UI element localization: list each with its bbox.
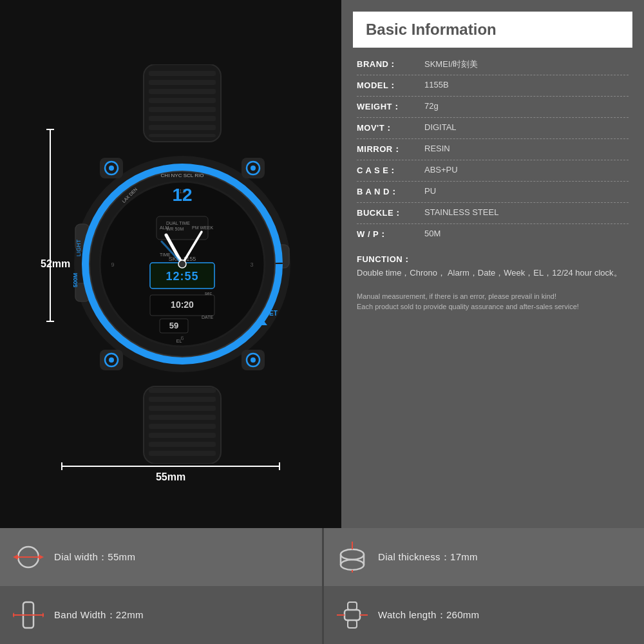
svg-point-28 (109, 357, 114, 363)
svg-text:EL: EL (176, 339, 182, 343)
svg-point-77 (341, 549, 364, 560)
spec-value: DIGITAL (424, 122, 629, 132)
watch-container: 52mm 55mm (16, 19, 325, 509)
svg-rect-17 (149, 451, 216, 456)
svg-text:500M: 500M (72, 273, 79, 288)
svg-point-67 (178, 260, 186, 268)
svg-text:3: 3 (250, 261, 253, 268)
spec-label: MIRROR： (357, 144, 424, 155)
function-label: FUNCTION： (357, 254, 424, 265)
band-width-cell: Band Width：22mm (0, 586, 322, 644)
svg-marker-87 (13, 612, 14, 618)
svg-rect-15 (149, 433, 216, 438)
svg-rect-2 (149, 80, 216, 85)
band-width-text: Band Width：22mm (54, 609, 144, 621)
watch-length-icon (337, 600, 368, 630)
spec-value: 72g (424, 101, 629, 111)
function-value: Double time，Chrono， Alarm，Date，Week，EL，1… (357, 267, 629, 280)
spec-row: BUCKLE：STAINLESS STEEL (357, 203, 629, 224)
spec-label: C A S E： (357, 165, 424, 176)
dial-width-icon (13, 542, 44, 573)
svg-rect-4 (149, 98, 216, 103)
bottom-row-1: Dial width：55mm Dial thickness：17mm (0, 528, 644, 586)
svg-text:12: 12 (172, 185, 192, 205)
bottom-row-2: Band Width：22mm Watch length：260mm (0, 586, 644, 644)
right-panel: Basic Information BRAND：SKMEI/时刻美MODEL：1… (341, 0, 644, 528)
svg-text:TIME: TIME (160, 252, 171, 257)
svg-rect-16 (149, 442, 216, 447)
svg-rect-11 (149, 397, 216, 402)
svg-point-24 (109, 166, 114, 171)
dial-thickness-cell: Dial thickness：17mm (322, 528, 644, 586)
spec-row: MIRROR：RESIN (357, 139, 629, 160)
svg-rect-1 (149, 71, 216, 76)
spec-label: W / P： (357, 229, 424, 240)
spec-row: MOV'T：DIGITAL (357, 118, 629, 139)
specs-container: BRAND：SKMEI/时刻美MODEL：1155BWEIGHT：72gMOV'… (357, 54, 629, 245)
width-dimension (61, 466, 280, 467)
svg-rect-3 (149, 89, 216, 94)
spec-value: PU (424, 186, 629, 196)
svg-rect-10 (149, 388, 216, 393)
spec-value: RESIN (424, 144, 629, 153)
spec-row: BRAND：SKMEI/时刻美 (357, 54, 629, 75)
spec-label: BRAND： (357, 59, 424, 70)
svg-text:DATE: DATE (202, 315, 213, 319)
main-content: 52mm 55mm (0, 0, 644, 528)
watch-image: LIGHT START REBET 500M CHI NYC SCL RIO (66, 64, 298, 464)
svg-marker-75 (39, 554, 44, 560)
info-title: Basic Information (366, 21, 620, 39)
spec-row: C A S E：ABS+PU (357, 160, 629, 182)
svg-marker-86 (43, 612, 44, 618)
svg-text:sec: sec (205, 291, 212, 296)
svg-rect-89 (348, 602, 357, 610)
svg-point-30 (251, 357, 256, 363)
svg-text:CHI NYC SCL RIO: CHI NYC SCL RIO (161, 173, 204, 178)
spec-value: ABS+PU (424, 165, 629, 175)
svg-text:LIGHT: LIGHT (75, 239, 82, 256)
spec-row: WEIGHT：72g (357, 97, 629, 118)
svg-rect-88 (345, 610, 360, 620)
spec-label: MODEL： (357, 80, 424, 91)
dial-width-cell: Dial width：55mm (0, 528, 322, 586)
bottom-bar: Dial width：55mm Dial thickness：17mm (0, 528, 644, 644)
spec-row: B A N D：PU (357, 182, 629, 203)
left-panel: 52mm 55mm (0, 0, 341, 528)
svg-rect-12 (149, 406, 216, 411)
watch-length-cell: Watch length：260mm (322, 586, 644, 644)
dial-thickness-icon (337, 542, 368, 573)
svg-marker-76 (13, 554, 18, 560)
svg-text:59: 59 (169, 321, 178, 330)
svg-text:10:20: 10:20 (171, 299, 194, 310)
width-label: 55mm (156, 471, 185, 483)
svg-text:9: 9 (111, 261, 114, 268)
spec-value: 1155B (424, 80, 629, 90)
band-width-icon (13, 600, 44, 630)
svg-text:PM WEEK: PM WEEK (192, 225, 213, 230)
spec-value: STAINLESS STEEL (424, 207, 629, 217)
height-dimension (50, 129, 51, 322)
spec-value: SKMEI/时刻美 (424, 59, 629, 70)
spec-label: MOV'T： (357, 122, 424, 134)
svg-point-80 (341, 560, 364, 570)
svg-rect-13 (149, 415, 216, 420)
svg-point-26 (251, 166, 256, 171)
spec-label: B A N D： (357, 186, 424, 198)
svg-text:DUAL TIME: DUAL TIME (166, 221, 190, 225)
svg-rect-14 (149, 424, 216, 429)
svg-rect-8 (149, 134, 216, 137)
svg-text:12:55: 12:55 (166, 270, 198, 283)
function-row: FUNCTION： Double time，Chrono， Alarm，Date… (357, 245, 629, 285)
svg-rect-7 (149, 125, 216, 130)
svg-rect-6 (149, 116, 216, 121)
dial-thickness-text: Dial thickness：17mm (378, 551, 478, 564)
info-body: BRAND：SKMEI/时刻美MODEL：1155BWEIGHT：72gMOV'… (341, 48, 644, 528)
svg-rect-90 (348, 620, 357, 628)
spec-row: MODEL：1155B (357, 75, 629, 97)
watch-length-text: Watch length：260mm (378, 609, 479, 621)
spec-label: BUCKLE： (357, 207, 424, 219)
svg-rect-5 (149, 107, 216, 112)
svg-text:ALM: ALM (160, 225, 169, 230)
spec-value: 50M (424, 229, 629, 238)
info-header: Basic Information (353, 12, 632, 48)
